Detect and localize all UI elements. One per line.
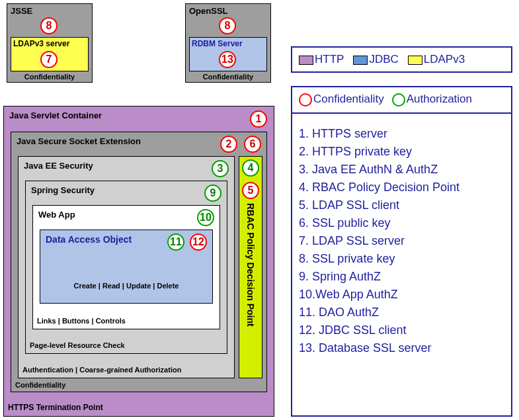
spring-title: Spring Security	[26, 181, 227, 199]
n10: 10	[197, 209, 214, 226]
rdbm-server-box: RDBM Server 13	[189, 37, 267, 71]
n6: 6	[244, 136, 261, 153]
legend-item: 2. HTTPS private key	[299, 145, 504, 159]
openssl-box: OpenSSL 8 RDBM Server 13 Confidentiality	[185, 3, 271, 83]
dao-ops: Create | Read | Update | Delete	[40, 280, 212, 291]
n11: 11	[167, 233, 184, 251]
jsse-footer: Confidentiality	[7, 71, 92, 82]
servlet-footer: HTTPS Termination Point	[7, 401, 104, 413]
spring-footer: Page-level Resource Check	[28, 340, 126, 351]
ldap-num: 7	[40, 51, 58, 68]
legend-protocol: LDAPv3	[408, 54, 465, 65]
n2: 2	[220, 136, 237, 153]
legend-item: 4. RBAC Policy Decision Point	[299, 181, 504, 194]
n1: 1	[250, 110, 267, 128]
javaee-title: Java EE Security	[19, 157, 234, 175]
legend-concern: Authorization	[392, 93, 472, 105]
legend-item: 11. DAO AuthZ	[299, 306, 504, 319]
legend-item: 12. JDBC SSL client	[299, 323, 504, 337]
webapp: Web App 10 Data Access Object 11 12 Crea…	[32, 205, 220, 329]
webapp-title: Web App	[33, 206, 220, 224]
n4: 4	[242, 159, 259, 177]
rbac-box: 4 5 RBAC Policy Decision Point	[239, 156, 262, 378]
openssl-title: OpenSSL	[186, 4, 270, 18]
legend-item: 5. LDAP SSL client	[299, 198, 504, 212]
legend-concern: Confidentiality	[299, 93, 384, 105]
n12: 12	[190, 233, 207, 251]
legend-item: 3. Java EE AuthN & AuthZ	[299, 163, 504, 177]
dao: Data Access Object 11 12 Create | Read |…	[40, 230, 213, 304]
rbac-label: RBAC Policy Decision Point	[245, 203, 256, 327]
legend-protocols: HTTPJDBCLDAPv3	[291, 46, 512, 73]
legend-protocol: JDBC	[353, 54, 398, 65]
jsse-ext: Java Secure Socket Extension 2 6 4 5 RBA…	[11, 132, 267, 392]
legend-item: 1. HTTPS server	[299, 127, 504, 141]
openssl-num-outer: 8	[219, 17, 236, 34]
rdbm-num: 13	[219, 51, 236, 68]
legend-item: 10.Web App AuthZ	[299, 288, 504, 302]
javaee-sec: Java EE Security 3 Spring Security 9 Web…	[18, 156, 235, 378]
ldap-server-box: LDAPv3 server 7	[11, 37, 89, 71]
legend-item: 7. LDAP SSL server	[299, 234, 504, 248]
webapp-footer: Links | Buttons | Controls	[36, 315, 127, 326]
rdbm-server-title: RDBM Server	[190, 38, 266, 50]
javaee-footer: Authentication | Coarse-grained Authoriz…	[21, 364, 182, 375]
n3: 3	[212, 160, 229, 177]
dao-title: Data Access Object	[40, 230, 212, 249]
n5: 5	[242, 182, 259, 199]
spring-sec: Spring Security 9 Web App 10 Data Access…	[25, 181, 227, 354]
legend-item: 8. SSL private key	[299, 252, 504, 266]
servlet-container: Java Servlet Container 1 Java Secure Soc…	[3, 106, 274, 417]
jsse-ext-footer: Confidentiality	[14, 380, 67, 390]
jsse-title: JSSE	[7, 4, 92, 18]
legend-concerns: ConfidentialityAuthorization	[291, 86, 512, 112]
openssl-footer: Confidentiality	[186, 71, 270, 82]
servlet-title: Java Servlet Container	[4, 106, 274, 124]
legend-item: 13. Database SSL server	[299, 341, 504, 355]
legend-item: 6. SSL public key	[299, 216, 504, 230]
n9: 9	[204, 185, 221, 202]
legend-list: 1. HTTPS server2. HTTPS private key3. Ja…	[291, 112, 512, 417]
legend-protocol: HTTP	[299, 54, 344, 65]
jsse-box: JSSE 8 LDAPv3 server 7 Confidentiality	[7, 3, 93, 83]
ldap-server-title: LDAPv3 server	[11, 38, 88, 50]
jsse-num-outer: 8	[40, 17, 58, 34]
legend-item: 9. Spring AuthZ	[299, 270, 504, 284]
